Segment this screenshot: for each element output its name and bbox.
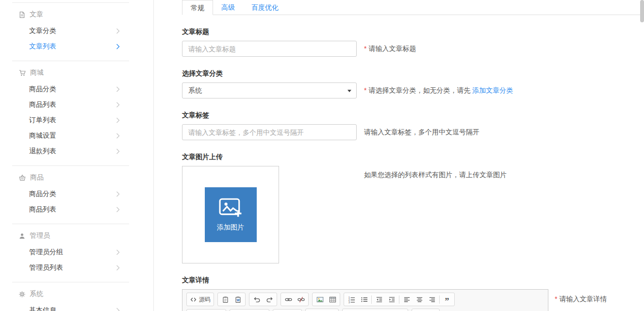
align-center-icon (416, 296, 423, 303)
sidebar-item-article-list[interactable]: 文章列表 (0, 39, 153, 54)
toolbar-separator (371, 295, 372, 304)
sidebar-item-label: 基本信息 (29, 306, 56, 311)
sidebar-item-label: 商品列表 (29, 100, 56, 109)
unlink-button[interactable] (295, 294, 307, 305)
add-category-link[interactable]: 添加文章分类 (472, 86, 513, 94)
align-left-button[interactable] (400, 294, 413, 305)
editor-toolbar: 源码W123” 格式样式大小AABIUSIx (182, 290, 548, 311)
tab-advanced[interactable]: 高级 (213, 0, 243, 15)
numbered-list-icon: 123 (348, 296, 355, 303)
editor-toolbar-row1: 源码W123” (186, 293, 544, 306)
sidebar-item-admin-group[interactable]: 管理员分组 (0, 245, 153, 260)
chevron-right-icon (116, 207, 120, 213)
paste-icon (222, 296, 229, 303)
sidebar-item-product-list[interactable]: 商品列表 (0, 202, 153, 217)
image-upload-box[interactable]: 添加图片 (182, 166, 279, 263)
svg-text:W: W (236, 298, 240, 302)
tab-label: 常规 (191, 4, 204, 12)
category-hint: *请选择文章分类，如无分类，请先 添加文章分类 (364, 86, 513, 95)
add-image-label: 添加图片 (217, 223, 244, 232)
chevron-right-icon (116, 265, 120, 271)
add-image-button[interactable]: 添加图片 (205, 187, 257, 242)
tab-general[interactable]: 常规 (182, 0, 213, 15)
scrollbar-thumb[interactable] (640, 0, 644, 22)
tags-input[interactable] (182, 124, 357, 140)
size-dropdown[interactable]: 大小 (273, 309, 302, 311)
align-right-button[interactable] (426, 294, 438, 305)
sidebar-item-label: 商品分类 (29, 85, 56, 94)
gear-icon (18, 291, 26, 298)
rich-text-editor: 源码W123” 格式样式大小AABIUSIx (182, 289, 548, 311)
sidebar-item-mall-settings[interactable]: 商城设置 (0, 128, 153, 144)
sidebar-section-mall: 商城商品分类商品列表订单列表商城设置退款列表 (0, 61, 153, 165)
tab-bar: 常规高级百度优化 (182, 0, 644, 15)
chevron-right-icon (116, 28, 120, 34)
image-upload-hint: 如果您选择的列表样式有图片，请上传文章图片 (364, 166, 507, 180)
outdent-button[interactable] (373, 294, 385, 305)
unlink-icon (297, 296, 305, 303)
chevron-right-icon (116, 191, 120, 197)
image-icon (316, 296, 324, 303)
table-button[interactable] (326, 294, 339, 305)
sidebar-item-order-list[interactable]: 订单列表 (0, 113, 153, 128)
link-button[interactable] (282, 294, 295, 305)
hint-text: 请输入文章标签，多个用中文逗号隔开 (364, 128, 479, 136)
align-center-button[interactable] (413, 294, 426, 305)
title-input[interactable] (182, 41, 357, 57)
chevron-right-icon (116, 102, 120, 108)
blockquote-button[interactable]: ” (441, 294, 453, 305)
paste-button[interactable] (219, 294, 231, 305)
sidebar-item-article-category[interactable]: 文章分类 (0, 23, 153, 39)
category-select[interactable]: 系统 (182, 82, 357, 98)
undo-icon (253, 296, 261, 303)
toolbar-group: AA (305, 309, 339, 311)
chevron-right-icon (116, 249, 120, 255)
image-add-icon (219, 198, 242, 217)
chevron-right-icon (116, 117, 120, 123)
caret-down-icon (347, 90, 351, 92)
sidebar-item-basic-info[interactable]: 基本信息 (0, 303, 153, 311)
app: 文章文章分类文章列表商城商品分类商品列表订单列表商城设置退款列表商品商品分类商品… (0, 0, 644, 311)
outdent-icon (376, 296, 383, 303)
sidebar-section-header-article: 文章 (0, 3, 153, 23)
paste-word-button[interactable]: W (231, 294, 244, 305)
chevron-right-icon (116, 133, 120, 139)
sidebar-section-header-admin: 管理员 (0, 224, 153, 245)
tab-baidu-seo[interactable]: 百度优化 (243, 0, 287, 15)
sidebar-section-label: 商城 (30, 68, 44, 77)
toolbar-group: 源码 (186, 293, 214, 306)
undo-button[interactable] (250, 294, 263, 305)
tab-label: 高级 (221, 3, 235, 11)
indent-button[interactable] (385, 294, 398, 305)
bullet-list-button[interactable] (358, 294, 370, 305)
source-icon (190, 296, 197, 303)
toolbar-group: W (217, 293, 246, 306)
format-dropdown[interactable]: 格式 (186, 309, 226, 311)
title-hint: *请输入文章标题 (364, 45, 416, 53)
style-dropdown[interactable]: 样式 (230, 309, 269, 311)
svg-text:3: 3 (348, 300, 349, 303)
source-button[interactable]: 源码 (188, 294, 213, 305)
redo-button[interactable] (263, 294, 276, 305)
content-label: 文章详情 (182, 276, 644, 285)
sidebar-section-label: 管理员 (30, 231, 50, 240)
sidebar-item-label: 商城设置 (29, 131, 56, 140)
numbered-list-button[interactable]: 123 (345, 294, 358, 305)
sidebar-section-header-product: 商品 (0, 166, 153, 186)
sidebar-item-goods-list[interactable]: 商品列表 (0, 97, 153, 113)
category-label: 选择文章分类 (182, 69, 644, 78)
paste-word-icon: W (234, 296, 242, 303)
image-button[interactable] (314, 294, 326, 305)
content-hint: *请输入文章详情 (555, 289, 607, 304)
hint-text: 请选择文章分类，如无分类，请先 (368, 86, 472, 94)
title-row: *请输入文章标题 (182, 41, 644, 57)
image-upload-row: 添加图片 如果您选择的列表样式有图片，请上传文章图片 (182, 166, 644, 263)
hint-text: 请输入文章详情 (559, 295, 607, 303)
tags-row: 请输入文章标签，多个用中文逗号隔开 (182, 124, 644, 140)
sidebar-item-product-category[interactable]: 商品分类 (0, 186, 153, 202)
sidebar-item-refund-list[interactable]: 退款列表 (0, 144, 153, 159)
sidebar-item-goods-category[interactable]: 商品分类 (0, 82, 153, 97)
chevron-right-icon (116, 148, 120, 154)
toolbar-group (249, 293, 277, 306)
sidebar-item-admin-list[interactable]: 管理员列表 (0, 260, 153, 276)
